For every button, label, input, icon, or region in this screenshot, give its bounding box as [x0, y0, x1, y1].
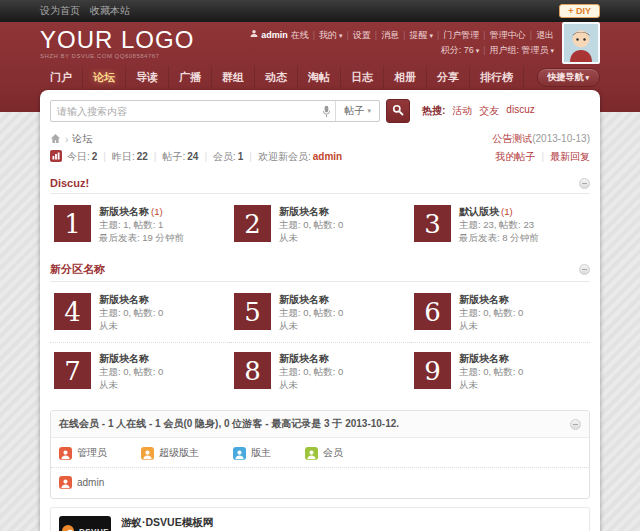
- hot-search-label: 热搜:: [422, 104, 445, 118]
- forum-item[interactable]: 5 新版块名称 主题: 0, 帖数: 0 从未: [230, 290, 410, 335]
- hot-search-link[interactable]: discuz: [506, 104, 534, 118]
- forum-item[interactable]: 7 新版块名称 主题: 0, 帖数: 0 从未: [50, 342, 230, 394]
- user-icon: [250, 28, 258, 43]
- forum-list-discuz: 1 新版块名称(1) 主题: 1, 帖数: 1 最后发表: 19 分钟前 2 新…: [40, 194, 600, 253]
- forum-number: 7: [54, 352, 91, 389]
- nav-item[interactable]: 门户: [40, 66, 83, 89]
- stat-item: 欢迎新会员:admin: [243, 150, 342, 164]
- category-title[interactable]: Discuz!: [50, 177, 89, 189]
- user-menu-item[interactable]: 提醒: [399, 28, 433, 43]
- collapse-icon[interactable]: [579, 178, 590, 189]
- forum-name[interactable]: 新版块名称: [99, 206, 149, 217]
- hot-search-link[interactable]: 活动: [452, 104, 472, 118]
- forum-name[interactable]: 新版块名称: [99, 294, 149, 305]
- site-logo[interactable]: YOUR LOGO: [40, 27, 194, 53]
- hot-search-link[interactable]: 交友: [479, 104, 499, 118]
- site-header: YOUR LOGO SHZH BY DSVUE.COM QQ608584767 …: [40, 22, 600, 64]
- announcement-link[interactable]: 公告测试: [492, 133, 532, 144]
- credits[interactable]: 积分: 76: [441, 43, 479, 58]
- username[interactable]: admin: [261, 28, 288, 43]
- search-scope-dropdown[interactable]: 帖子▾: [335, 101, 379, 121]
- ad-title[interactable]: 游蚁·DSVUE模板网: [121, 516, 333, 530]
- user-menu-item[interactable]: 管理中心: [479, 28, 525, 43]
- nav-item[interactable]: 动态: [255, 66, 298, 89]
- collapse-icon[interactable]: [579, 264, 590, 275]
- ad-banner[interactable]: DSVUE 游蚁·DSVUE模板网 提供商业WEB模板定制，免费模板下载与技术交…: [59, 516, 581, 531]
- search-bar: 帖子▾ 热搜: 活动交友discuz: [40, 90, 600, 130]
- ad-section: DSVUE 游蚁·DSVUE模板网 提供商业WEB模板定制，免费模板下载与技术交…: [50, 507, 590, 531]
- forum-list-new: 4 新版块名称 主题: 0, 帖数: 0 从未 5 新版块名称 主题: 0, 帖…: [40, 282, 600, 400]
- user-menu-item[interactable]: 消息: [371, 28, 399, 43]
- home-icon[interactable]: [50, 133, 61, 146]
- role-legend-item: 会员: [305, 446, 343, 460]
- forum-name[interactable]: 新版块名称: [279, 206, 329, 217]
- nav-item[interactable]: 广播: [169, 66, 212, 89]
- avatar[interactable]: [562, 22, 600, 64]
- stats-chart-icon: [50, 150, 62, 164]
- forum-stats-line: 主题: 0, 帖数: 0: [99, 306, 163, 319]
- forum-last-post[interactable]: 最后发表: 19 分钟前: [99, 231, 184, 244]
- role-legend-item: 超级版主: [141, 446, 199, 460]
- forum-stats-line: 主题: 0, 帖数: 0: [459, 306, 523, 319]
- user-menu-item[interactable]: 退出: [526, 28, 554, 43]
- forum-item[interactable]: 9 新版块名称 主题: 0, 帖数: 0 从未: [410, 342, 590, 394]
- online-user[interactable]: admin: [59, 476, 104, 489]
- main-nav: 门户论坛导读广播群组动态淘帖日志相册分享排行榜 快捷导航: [0, 64, 640, 90]
- panel-link[interactable]: 最新回复: [535, 150, 590, 164]
- category-title[interactable]: 新分区名称: [50, 262, 105, 277]
- stat-item: 会员:1: [198, 150, 243, 164]
- role-icon: [141, 447, 154, 460]
- forum-name[interactable]: 新版块名称: [279, 294, 329, 305]
- user-menu-item[interactable]: 设置: [342, 28, 370, 43]
- role-icon: [233, 447, 246, 460]
- forum-name[interactable]: 新版块名称: [279, 353, 329, 364]
- forum-stats-line: 主题: 0, 帖数: 0: [99, 365, 163, 378]
- forum-item[interactable]: 3 默认版块(1) 主题: 23, 帖数: 23 最后发表: 8 分钟前: [410, 202, 590, 247]
- forum-last-post[interactable]: 从未: [279, 231, 343, 244]
- user-menu-row-2: 积分: 76 | 用户组: 管理员: [250, 43, 554, 58]
- nav-item[interactable]: 群组: [212, 66, 255, 89]
- forum-stats-line: 主题: 0, 帖数: 0: [459, 365, 523, 378]
- forum-name[interactable]: 新版块名称: [459, 294, 509, 305]
- user-group[interactable]: 用户组: 管理员: [490, 43, 554, 58]
- announcement: 公告测试(2013-10-13): [492, 132, 590, 146]
- user-menu-item[interactable]: 门户管理: [433, 28, 479, 43]
- forum-item[interactable]: 4 新版块名称 主题: 0, 帖数: 0 从未: [50, 290, 230, 335]
- search-button[interactable]: [386, 99, 410, 123]
- mic-icon[interactable]: [318, 105, 335, 118]
- breadcrumb-separator: ›: [65, 134, 68, 145]
- role-legend-item: 管理员: [59, 446, 107, 460]
- forum-item[interactable]: 6 新版块名称 主题: 0, 帖数: 0 从未: [410, 290, 590, 335]
- forum-stats-line: 主题: 0, 帖数: 0: [279, 365, 343, 378]
- forum-item[interactable]: 8 新版块名称 主题: 0, 帖数: 0 从未: [230, 342, 410, 394]
- nav-item[interactable]: 排行榜: [470, 66, 524, 89]
- forum-stats-line: 主题: 1, 帖数: 1: [99, 218, 184, 231]
- logo-block[interactable]: YOUR LOGO SHZH BY DSVUE.COM QQ608584767: [40, 27, 194, 60]
- forum-last-post: 从未: [99, 378, 163, 391]
- forum-item[interactable]: 2 新版块名称 主题: 0, 帖数: 0 从未: [230, 202, 410, 247]
- diy-button[interactable]: + DIY: [559, 4, 600, 18]
- nav-item[interactable]: 相册: [384, 66, 427, 89]
- forum-last-post: 从未: [99, 319, 163, 332]
- user-menu-item[interactable]: 我的: [309, 28, 343, 43]
- breadcrumb-current[interactable]: 论坛: [72, 132, 92, 146]
- collapse-icon[interactable]: [570, 419, 581, 430]
- search-icon: [392, 104, 404, 119]
- forum-name[interactable]: 新版块名称: [459, 353, 509, 364]
- nav-item[interactable]: 分享: [427, 66, 470, 89]
- forum-last-post[interactable]: 最后发表: 8 分钟前: [459, 231, 539, 244]
- topbar-links: 设为首页收藏本站: [40, 4, 130, 18]
- search-input[interactable]: [51, 102, 318, 120]
- quick-nav-button[interactable]: 快捷导航: [537, 68, 600, 87]
- forum-name[interactable]: 新版块名称: [99, 353, 149, 364]
- nav-item[interactable]: 日志: [341, 66, 384, 89]
- nav-item[interactable]: 淘帖: [298, 66, 341, 89]
- forum-new-badge: (1): [151, 206, 163, 217]
- panel-link[interactable]: 我的帖子: [495, 150, 535, 164]
- forum-item[interactable]: 1 新版块名称(1) 主题: 1, 帖数: 1 最后发表: 19 分钟前: [50, 202, 230, 247]
- forum-name[interactable]: 默认版块: [459, 206, 499, 217]
- topbar-link[interactable]: 设为首页: [40, 4, 80, 18]
- nav-item[interactable]: 论坛: [83, 66, 126, 89]
- nav-item[interactable]: 导读: [126, 66, 169, 89]
- topbar-link[interactable]: 收藏本站: [90, 4, 130, 18]
